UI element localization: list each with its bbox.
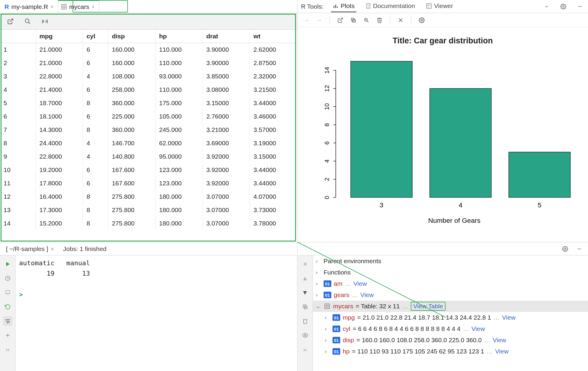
cell[interactable]: 3.08000: [203, 83, 250, 96]
cell[interactable]: 18.1000: [36, 110, 83, 123]
cell[interactable]: 3.15000: [250, 150, 297, 163]
table-row[interactable]: 824.40004146.70062.00003.690003.19000: [0, 136, 297, 150]
data-table[interactable]: mpgcyldisphpdratwt121.00006160.000110.00…: [0, 30, 297, 242]
cell[interactable]: 8: [83, 203, 108, 217]
cell[interactable]: 3.57000: [250, 123, 297, 136]
cell[interactable]: 360.000: [108, 96, 156, 110]
cell[interactable]: 4.07000: [250, 190, 297, 203]
softwrap-icon[interactable]: [3, 317, 12, 326]
cell[interactable]: 123.000: [156, 176, 203, 190]
cell[interactable]: 24.4000: [36, 136, 83, 150]
column-header[interactable]: mpg: [36, 30, 83, 43]
cell[interactable]: 3.44000: [250, 176, 297, 190]
row-number[interactable]: 8: [0, 136, 36, 150]
cell[interactable]: 6: [83, 83, 108, 96]
trash-icon[interactable]: [375, 16, 384, 25]
view-table-link[interactable]: View Table: [411, 302, 446, 311]
view-link[interactable]: View: [360, 291, 374, 299]
cell[interactable]: 3.07000: [203, 203, 250, 217]
cell[interactable]: 146.700: [108, 136, 156, 150]
chevron-down-icon[interactable]: [542, 2, 551, 11]
row-number[interactable]: 1: [0, 43, 36, 56]
column-header[interactable]: hp: [156, 30, 203, 43]
cell[interactable]: 3.07000: [203, 217, 250, 230]
cell[interactable]: 93.0000: [156, 70, 203, 83]
cell[interactable]: 17.3000: [36, 203, 83, 217]
close-icon[interactable]: ×: [92, 4, 95, 10]
table-row[interactable]: 121.00006160.000110.0003.900002.62000: [0, 43, 297, 56]
env-tree[interactable]: › Parent environments › Functions › 01 a…: [313, 255, 588, 371]
cell[interactable]: 110.000: [156, 83, 203, 96]
env-node-gears[interactable]: › 01 gears … View: [313, 289, 588, 301]
cell[interactable]: 3.78000: [250, 217, 297, 230]
close-icon[interactable]: ×: [51, 4, 54, 10]
cell[interactable]: 105.000: [156, 110, 203, 123]
cell[interactable]: 175.000: [156, 96, 203, 110]
row-number[interactable]: 3: [0, 70, 36, 83]
cell[interactable]: 245.000: [156, 123, 203, 136]
cell[interactable]: 3.21500: [250, 83, 297, 96]
cell[interactable]: 62.0000: [156, 136, 203, 150]
view-link[interactable]: View: [471, 325, 485, 332]
cell[interactable]: 2.62000: [250, 43, 297, 56]
table-row[interactable]: 1317.30008275.800180.0003.070003.73000: [0, 203, 297, 217]
row-number[interactable]: 14: [0, 217, 36, 230]
cell[interactable]: 3.85000: [203, 70, 250, 83]
close-icon[interactable]: ×: [51, 245, 54, 252]
table-row[interactable]: 1415.20008275.800180.0003.070003.78000: [0, 217, 297, 230]
table-row[interactable]: 322.80004108.00093.00003.850002.32000: [0, 70, 297, 83]
cell[interactable]: 3.69000: [203, 136, 250, 150]
cell[interactable]: 8: [83, 217, 108, 230]
column-header[interactable]: drat: [203, 30, 250, 43]
table-row[interactable]: 618.10006225.000105.0002.760003.46000: [0, 110, 297, 123]
cell[interactable]: 18.7000: [36, 96, 83, 110]
cell[interactable]: 275.800: [108, 217, 156, 230]
column-header[interactable]: wt: [250, 30, 297, 43]
table-row[interactable]: 221.00006160.000110.0003.900002.87500: [0, 56, 297, 70]
run-icon[interactable]: [3, 260, 12, 269]
cell[interactable]: 140.800: [108, 150, 156, 163]
gear-icon[interactable]: [417, 16, 426, 25]
cell[interactable]: 8: [83, 123, 108, 136]
env-node-disp[interactable]: › 01 disp = 160.0 160.0 108.0 258.0 360.…: [313, 334, 588, 346]
cell[interactable]: 4: [83, 70, 108, 83]
cell[interactable]: 3.73000: [250, 203, 297, 217]
cell[interactable]: 160.000: [108, 56, 156, 70]
tab-jobs[interactable]: Jobs: 1 finished: [63, 245, 106, 252]
cell[interactable]: 21.0000: [36, 56, 83, 70]
cell[interactable]: 22.8000: [36, 70, 83, 83]
cell[interactable]: 2.87500: [250, 56, 297, 70]
env-node-am[interactable]: › 01 am … View: [313, 278, 588, 289]
cell[interactable]: 160.000: [108, 43, 156, 56]
console-output[interactable]: automatic manual 19 13 >: [15, 255, 297, 371]
table-row[interactable]: 714.30008360.000245.0003.210003.57000: [0, 123, 297, 136]
cell[interactable]: 108.000: [108, 70, 156, 83]
cell[interactable]: 21.0000: [36, 43, 83, 56]
cell[interactable]: 3.15000: [203, 96, 250, 110]
column-header[interactable]: disp: [108, 30, 156, 43]
cell[interactable]: 180.000: [156, 217, 203, 230]
open-external-icon[interactable]: [6, 17, 15, 26]
column-header[interactable]: cyl: [83, 30, 108, 43]
cell[interactable]: 360.000: [108, 123, 156, 136]
table-row[interactable]: 1216.40008275.800180.0003.070004.07000: [0, 190, 297, 203]
column-header[interactable]: [0, 30, 36, 43]
cell[interactable]: 2.76000: [203, 110, 250, 123]
env-node-mpg[interactable]: › 01 mpg = 21.0 21.0 22.8 21.4 18.7 18.1…: [313, 312, 588, 323]
cell[interactable]: 180.000: [156, 190, 203, 203]
cell[interactable]: 16.4000: [36, 190, 83, 203]
table-row[interactable]: 1019.20006167.600123.0003.920003.44000: [0, 163, 297, 176]
cell[interactable]: 225.000: [108, 110, 156, 123]
row-number[interactable]: 10: [0, 163, 36, 176]
cell[interactable]: 3.90000: [203, 43, 250, 56]
cell[interactable]: 3.07000: [203, 190, 250, 203]
tab-plots[interactable]: Plots: [331, 1, 356, 12]
nav-back-icon[interactable]: ←: [302, 16, 311, 25]
view-link[interactable]: View: [493, 337, 506, 344]
cell[interactable]: 17.8000: [36, 176, 83, 190]
tab-mycars[interactable]: mycars ×: [58, 0, 99, 13]
trash-icon[interactable]: [301, 317, 310, 326]
row-number[interactable]: 4: [0, 83, 36, 96]
view-link[interactable]: View: [502, 314, 515, 321]
cell[interactable]: 3.92000: [203, 176, 250, 190]
